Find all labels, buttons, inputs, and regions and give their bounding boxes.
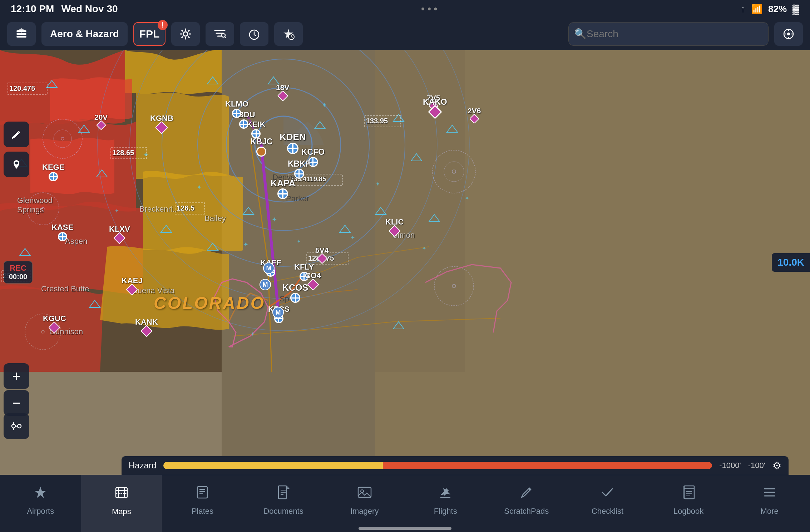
svg-point-78 xyxy=(18,424,21,428)
date-display: Wed Nov 30 xyxy=(61,3,118,15)
airport-kege[interactable]: KEGE xyxy=(42,163,64,181)
toolbar-left: Aero & Hazard FPL ! xyxy=(7,22,303,46)
hazard-bar: Hazard -1000' -100' ⚙ xyxy=(122,456,789,475)
svg-text:✦: ✦ xyxy=(243,241,248,248)
tab-scratchpads[interactable]: ScratchPads xyxy=(486,475,567,532)
tab-plates[interactable]: Plates xyxy=(162,475,243,532)
location-button[interactable] xyxy=(774,22,803,46)
toolbar-right: 🔍 xyxy=(568,22,803,46)
scratchpads-label: ScratchPads xyxy=(504,507,549,516)
flights-label: Flights xyxy=(434,507,457,516)
battery-icon: ▓ xyxy=(792,4,799,15)
hazard-label: Hazard xyxy=(129,460,156,471)
svg-point-10 xyxy=(787,33,790,35)
svg-point-4 xyxy=(222,34,225,37)
freq-133-label: 133.95 xyxy=(366,117,388,125)
tab-more[interactable]: More xyxy=(729,475,810,532)
airport-co4[interactable]: CO4 xyxy=(305,271,321,289)
airport-2v6[interactable]: 2V6 xyxy=(468,107,481,122)
status-left: 12:10 PM Wed Nov 30 xyxy=(11,3,118,15)
m-marker-kfcs: M xyxy=(272,307,284,318)
wifi-icon: 📶 xyxy=(751,4,762,15)
battery-display: 82% xyxy=(768,4,787,15)
airport-kcos[interactable]: KCOS xyxy=(282,282,308,303)
pencil-tool-button[interactable] xyxy=(4,122,29,147)
freq-128-label: 128.65 xyxy=(112,149,134,157)
maps-icon xyxy=(114,485,129,504)
airport-keik[interactable]: KEIK xyxy=(247,120,266,138)
plates-icon xyxy=(194,484,210,504)
maps-label: Maps xyxy=(112,507,131,516)
airport-kase[interactable]: KASE xyxy=(51,223,73,241)
airport-18v[interactable]: 18V xyxy=(276,83,289,100)
hazard-settings-button[interactable]: ⚙ xyxy=(772,460,781,472)
airport-kapa[interactable]: KAPA xyxy=(271,178,295,199)
time-display: 12:10 PM xyxy=(11,3,54,15)
airport-kbkf[interactable]: KBKF xyxy=(288,159,311,179)
rec-label: REC xyxy=(10,263,26,273)
tab-checklist[interactable]: Checklist xyxy=(567,475,648,532)
imagery-label: Imagery xyxy=(350,507,379,516)
airport-klxv[interactable]: KLXV xyxy=(109,225,130,242)
m-marker-kaff: M xyxy=(263,262,275,274)
zoom-in-button[interactable]: + xyxy=(4,363,29,389)
map-area[interactable]: ✦ ✦ ✦ ✦ ✦ ✦ ✦ ✦ ✦ ✦ ✦ ✦ 120.475 128.65 1… xyxy=(0,50,810,475)
route-tool-button[interactable] xyxy=(4,413,29,439)
svg-text:✦: ✦ xyxy=(250,331,255,337)
altitude-value: 10.0K xyxy=(777,257,804,268)
tab-maps[interactable]: Maps xyxy=(81,475,162,532)
star-clock-button[interactable] xyxy=(274,22,303,46)
freq-126-label: 126.5 xyxy=(177,204,194,212)
tab-flights[interactable]: Flights xyxy=(405,475,486,532)
imagery-icon xyxy=(357,484,372,504)
svg-line-5 xyxy=(225,37,226,38)
documents-label: Documents xyxy=(263,507,303,516)
airport-klic[interactable]: KLIC xyxy=(385,217,404,235)
fpl-label: FPL xyxy=(139,28,160,40)
airport-kaej[interactable]: KAEJ xyxy=(122,276,143,294)
layer-button[interactable] xyxy=(7,22,36,46)
airport-kank[interactable]: KANK xyxy=(135,317,158,335)
fpl-button[interactable]: FPL ! xyxy=(133,22,166,46)
tab-airports[interactable]: Airports xyxy=(0,475,81,532)
terrain-background: ✦ ✦ ✦ ✦ ✦ ✦ ✦ ✦ ✦ ✦ ✦ ✦ xyxy=(0,50,810,475)
status-bar: 12:10 PM Wed Nov 30 • • • ↑ 📶 82% ▓ xyxy=(0,0,810,18)
crested-butte-label: Crested Butte xyxy=(41,284,89,294)
svg-text:✦: ✦ xyxy=(114,208,119,214)
timer-button[interactable] xyxy=(240,22,268,46)
status-dots: • • • xyxy=(421,3,437,15)
location-icon: ↑ xyxy=(741,4,745,15)
hazard-gradient-bar xyxy=(163,462,712,469)
airport-kgnb[interactable]: KGNB xyxy=(150,114,173,132)
aero-hazard-label: Aero & Hazard xyxy=(50,28,119,39)
more-icon xyxy=(762,484,777,504)
colorado-label: COLORADO xyxy=(154,293,265,313)
svg-point-77 xyxy=(12,424,15,428)
airport-kako[interactable]: KAKO xyxy=(423,97,447,117)
aero-hazard-button[interactable]: Aero & Hazard xyxy=(41,22,128,46)
airport-klmo[interactable]: KLMO xyxy=(225,99,248,118)
svg-point-80 xyxy=(39,491,41,493)
hazard-right-marker: -100' xyxy=(748,461,765,470)
altitude-indicator: 10.0K xyxy=(772,253,810,272)
filter-button[interactable] xyxy=(206,22,234,46)
pin-tool-button[interactable] xyxy=(4,152,29,177)
airports-icon xyxy=(33,484,48,504)
tab-logbook[interactable]: Logbook xyxy=(648,475,729,532)
airport-kguc[interactable]: KGUC xyxy=(43,314,66,332)
svg-text:✦: ✦ xyxy=(350,235,355,241)
logbook-icon xyxy=(681,484,696,504)
zoom-out-button[interactable]: − xyxy=(4,390,29,416)
bailey-label: Bailey xyxy=(204,214,226,223)
flights-icon xyxy=(438,484,453,504)
airport-20v[interactable]: 20V xyxy=(94,113,108,129)
airport-kbjc[interactable]: KBJC xyxy=(250,137,273,157)
search-input[interactable] xyxy=(568,22,769,46)
home-indicator xyxy=(359,527,451,530)
freq-120-label: 120.475 xyxy=(9,84,35,93)
tab-imagery[interactable]: Imagery xyxy=(324,475,405,532)
m-marker-kcos: M xyxy=(260,279,271,290)
settings-button[interactable] xyxy=(171,22,200,46)
tab-documents[interactable]: Documents xyxy=(243,475,324,532)
airport-5v4[interactable]: 5V4 xyxy=(315,246,329,262)
